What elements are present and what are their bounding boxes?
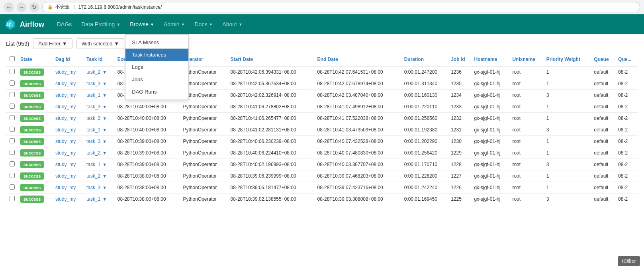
row-checkbox[interactable] bbox=[10, 92, 15, 97]
dag-id-link[interactable]: study_my bbox=[55, 69, 76, 75]
hostname-cell: gx-sjgf-01-hj bbox=[472, 113, 510, 124]
nav-admin[interactable]: Admin ▼ bbox=[159, 14, 190, 34]
task-id-link[interactable]: task_2 bbox=[86, 150, 100, 156]
menu-dag-runs[interactable]: DAG Runs bbox=[125, 86, 188, 98]
dag-id-link[interactable]: study_my bbox=[55, 92, 76, 98]
task-id-link[interactable]: task_3 bbox=[86, 81, 100, 86]
about-arrow-icon: ▼ bbox=[239, 22, 243, 27]
th-duration[interactable]: Duration bbox=[402, 53, 448, 66]
hostname-cell: gx-sjgf-01-hj bbox=[472, 159, 510, 170]
filter-icon[interactable]: ▼ bbox=[101, 116, 107, 121]
brand-label: Airflow bbox=[20, 20, 44, 29]
priority-weight-cell: 1 bbox=[544, 136, 592, 147]
filter-icon[interactable]: ▼ bbox=[101, 185, 107, 190]
task-id-link[interactable]: task_2 bbox=[86, 115, 100, 121]
row-checkbox[interactable] bbox=[10, 104, 15, 109]
queue-cell: default bbox=[591, 113, 616, 124]
start-date-cell: 08-28T10:42:06.367634+08:00 bbox=[228, 78, 315, 90]
status-badge: success bbox=[20, 138, 44, 145]
th-start-date[interactable]: Start Date bbox=[228, 53, 315, 66]
select-all-checkbox[interactable] bbox=[10, 56, 15, 61]
dag-id-link[interactable]: study_my bbox=[55, 127, 76, 133]
nav-browse[interactable]: Browse ▼ SLA Misses Task Instances Logs … bbox=[125, 14, 159, 34]
th-dag-id[interactable]: Dag Id bbox=[53, 53, 84, 66]
dag-id-link[interactable]: study_my bbox=[55, 185, 76, 190]
filter-icon[interactable]: ▼ bbox=[101, 174, 107, 178]
th-hostname[interactable]: Hostname bbox=[472, 53, 510, 66]
dag-id-link[interactable]: study_my bbox=[55, 104, 76, 110]
queued-dttm-cell: 08-2 bbox=[616, 170, 638, 182]
dag-id-link[interactable]: study_my bbox=[55, 115, 76, 121]
task-id-link[interactable]: task_1 bbox=[86, 92, 100, 98]
nav-docs[interactable]: Docs ▼ bbox=[190, 14, 217, 34]
unixname-cell: root bbox=[510, 182, 544, 194]
task-id-link[interactable]: task_1 bbox=[86, 127, 100, 133]
start-date-cell: 08-28T10:41:06.265477+08:00 bbox=[228, 113, 315, 124]
dag-id-link[interactable]: study_my bbox=[55, 139, 76, 144]
row-checkbox[interactable] bbox=[10, 161, 15, 166]
row-checkbox[interactable] bbox=[10, 69, 15, 74]
dag-id-link[interactable]: study_my bbox=[55, 162, 76, 167]
filter-icon[interactable]: ▼ bbox=[101, 162, 107, 167]
th-queue[interactable]: Queue bbox=[591, 53, 616, 66]
menu-task-instances[interactable]: Task Instances bbox=[125, 49, 188, 61]
dag-id-link[interactable]: study_my bbox=[55, 173, 76, 179]
back-button[interactable]: ← bbox=[4, 2, 14, 12]
task-id-link[interactable]: task_2 bbox=[86, 173, 100, 179]
th-unixname[interactable]: Unixname bbox=[510, 53, 544, 66]
queue-cell: default bbox=[591, 66, 616, 78]
address-text: 不安全 bbox=[55, 4, 70, 10]
task-id-link[interactable]: task_1 bbox=[86, 196, 100, 202]
task-id-link[interactable]: task_1 bbox=[86, 162, 100, 167]
menu-logs[interactable]: Logs bbox=[125, 61, 188, 73]
duration-cell: 0:00:01.228200 bbox=[402, 170, 448, 182]
table-row: successstudy_mytask_1 ▼08-28T10:40:00+08… bbox=[6, 124, 638, 136]
row-checkbox[interactable] bbox=[10, 150, 15, 155]
th-priority-weight[interactable]: Priority Weight bbox=[544, 53, 592, 66]
task-id-link[interactable]: task_3 bbox=[86, 185, 100, 190]
forward-button[interactable]: → bbox=[17, 2, 26, 12]
filter-icon[interactable]: ▼ bbox=[101, 104, 107, 109]
navbar-brand[interactable]: AF Airflow bbox=[4, 18, 44, 31]
th-state[interactable]: State bbox=[18, 53, 53, 66]
nav-data-profiling[interactable]: Data Profiling ▼ bbox=[76, 14, 125, 34]
row-checkbox[interactable] bbox=[10, 184, 15, 190]
filter-icon[interactable]: ▼ bbox=[101, 139, 107, 144]
task-id-link[interactable]: task_3 bbox=[86, 139, 100, 144]
dag-id-link[interactable]: study_my bbox=[55, 150, 76, 156]
th-end-date[interactable]: End Date bbox=[315, 53, 402, 66]
row-checkbox[interactable] bbox=[10, 173, 15, 178]
filter-icon[interactable]: ▼ bbox=[101, 70, 107, 74]
task-id-link[interactable]: task_2 bbox=[86, 69, 100, 75]
filter-icon[interactable]: ▼ bbox=[101, 81, 107, 86]
row-checkbox[interactable] bbox=[10, 115, 15, 120]
row-checkbox[interactable] bbox=[10, 127, 15, 132]
end-date-cell: 08-28T10:40:07.432528+08:00 bbox=[315, 136, 402, 147]
row-checkbox[interactable] bbox=[10, 196, 15, 201]
task-id-link[interactable]: task_3 bbox=[86, 104, 100, 110]
nav-dags[interactable]: DAGs bbox=[52, 14, 76, 34]
address-bar[interactable]: 🔒 不安全 | 172.16.119.8:8080/admin/taskinst… bbox=[42, 2, 640, 12]
filter-icon[interactable]: ▼ bbox=[101, 93, 107, 98]
menu-jobs[interactable]: Jobs bbox=[125, 73, 188, 86]
filter-icon[interactable]: ▼ bbox=[101, 127, 107, 132]
queue-cell: default bbox=[591, 182, 616, 194]
table-row: successstudy_mytask_3 ▼08-28T10:41:00+08… bbox=[6, 78, 638, 90]
th-queued-dttm[interactable]: Que... bbox=[616, 53, 638, 66]
th-job-id[interactable]: Job Id bbox=[448, 53, 472, 66]
with-selected-button[interactable]: With selected ▼ bbox=[76, 38, 125, 49]
browser-chrome: ← → ↻ 🔒 不安全 | 172.16.119.8:8080/admin/ta… bbox=[0, 0, 644, 14]
duration-cell: 0:00:01.202290 bbox=[402, 136, 448, 147]
nav-about[interactable]: About ▼ bbox=[217, 14, 247, 34]
dag-id-link[interactable]: study_my bbox=[55, 196, 76, 202]
add-filter-button[interactable]: Add Filter ▼ bbox=[33, 38, 72, 49]
th-task-id[interactable]: Task Id bbox=[84, 53, 115, 66]
dag-id-link[interactable]: study_my bbox=[55, 81, 76, 86]
filter-icon[interactable]: ▼ bbox=[101, 151, 107, 155]
reload-button[interactable]: ↻ bbox=[29, 2, 39, 12]
row-checkbox[interactable] bbox=[10, 80, 15, 86]
add-filter-arrow-icon: ▼ bbox=[62, 41, 67, 47]
row-checkbox[interactable] bbox=[10, 138, 15, 143]
filter-icon[interactable]: ▼ bbox=[101, 197, 107, 202]
menu-sla-misses[interactable]: SLA Misses bbox=[125, 36, 188, 49]
